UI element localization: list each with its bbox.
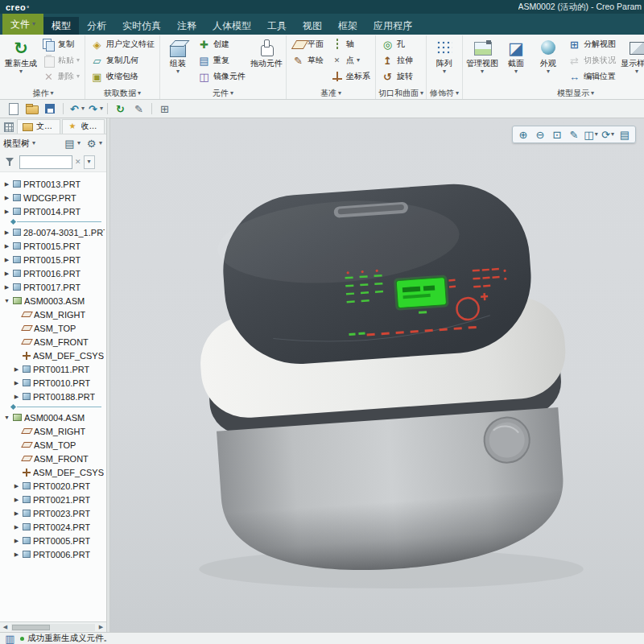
tree-row[interactable]: ASM_TOP — [0, 438, 106, 452]
ribbon-button[interactable]: 点▾ — [328, 52, 373, 68]
zoom-out-button[interactable]: ⊖ — [532, 127, 548, 142]
tree-row[interactable]: ASM_FRONT — [0, 452, 106, 465]
ribbon-group-label[interactable]: 基准▾ — [289, 88, 373, 99]
tree-settings-button[interactable]: ▾ — [84, 136, 103, 151]
ribbon-button[interactable]: 孔 — [378, 36, 415, 52]
expand-arrow-icon[interactable]: ▶ — [13, 366, 20, 373]
rice-cooker-model[interactable] — [110, 118, 644, 632]
expand-arrow-icon[interactable]: ▶ — [3, 257, 10, 263]
tree-row[interactable]: ASM_RIGHT — [0, 424, 106, 438]
tree-horizontal-scrollbar[interactable]: ◀ ▶ — [0, 621, 106, 632]
ribbon-group-label[interactable]: 元件▾ — [163, 88, 283, 99]
tree-row[interactable]: ▶PRT0010.PRT — [0, 376, 106, 390]
ribbon-button[interactable]: 重新生成▾ — [4, 36, 38, 75]
tree-row[interactable]: ▶PRT0013.PRT — [0, 177, 106, 191]
ribbon-tab[interactable]: 分析 — [79, 17, 114, 35]
window-button[interactable] — [156, 101, 173, 117]
ribbon-button[interactable]: 创建 — [195, 36, 248, 52]
new-file-button[interactable] — [5, 101, 22, 117]
tree-row[interactable]: ▶PRT0015.PRT — [0, 253, 106, 266]
filter-dropdown-button[interactable]: ▾ — [84, 155, 95, 169]
tree-row[interactable]: ▶28-0074-3031_1.PRT — [0, 225, 106, 239]
expand-arrow-icon[interactable]: ▶ — [13, 483, 20, 489]
ribbon-button[interactable]: 轴 — [328, 36, 373, 52]
ribbon-button[interactable]: 组装▾ — [163, 36, 193, 75]
scrollbar-thumb[interactable] — [12, 625, 50, 630]
tree-row[interactable]: ASM_TOP — [0, 321, 106, 335]
redo-button[interactable]: ▾ — [86, 101, 103, 117]
view-manager-button[interactable]: ▤ — [617, 127, 633, 142]
tree-row[interactable]: ▶PRT0006.PRT — [0, 547, 106, 561]
ribbon-button[interactable]: 外观▾ — [533, 36, 564, 75]
expand-arrow-icon[interactable]: ▶ — [13, 380, 20, 386]
ribbon-button[interactable]: 截面▾ — [501, 36, 531, 75]
graphics-area[interactable]: ⊕⊖⊡✎◫▾⟳▾▤ — [110, 118, 644, 632]
refit-button[interactable]: ⊡ — [549, 127, 565, 142]
ribbon-button[interactable]: 旋转 — [378, 68, 415, 85]
ribbon-button[interactable]: 管理视图▾ — [465, 36, 499, 75]
ribbon-button[interactable]: 用户定义特征 — [88, 36, 157, 52]
ribbon-group-label[interactable]: 操作▾ — [4, 88, 82, 99]
ribbon-group-label[interactable]: 获取数据▾ — [88, 88, 157, 99]
regenerate-button[interactable] — [112, 101, 129, 117]
ribbon-button[interactable]: 草绘 — [289, 52, 326, 68]
zoom-in-button[interactable]: ⊕ — [515, 127, 531, 142]
expand-arrow-icon[interactable]: ▶ — [13, 497, 20, 503]
expand-arrow-icon[interactable]: ▶ — [3, 208, 10, 215]
ribbon-button[interactable]: 坐标系 — [328, 68, 373, 85]
panel-tab-favorites[interactable]: 收藏夹 — [62, 119, 105, 134]
ribbon-tab[interactable]: 文件▾ — [2, 14, 43, 35]
ribbon-button[interactable]: 复制 — [39, 36, 82, 52]
tree-row[interactable]: ▶PRT0014.PRT — [0, 204, 106, 218]
ribbon-tab[interactable]: 模型 — [43, 17, 79, 35]
scroll-right-icon[interactable]: ▶ — [96, 622, 106, 632]
tree-row[interactable]: ▶PRT00188.PRT — [0, 390, 106, 403]
tree-row[interactable]: ▶PRT0005.PRT — [0, 534, 106, 547]
tree-filter-input[interactable] — [19, 155, 72, 169]
ribbon-button[interactable]: 拉伸 — [378, 52, 415, 68]
expand-arrow-icon[interactable]: ▶ — [13, 538, 20, 544]
expand-arrow-icon[interactable]: ▶ — [3, 284, 10, 291]
tree-row[interactable]: ▶PRT0016.PRT — [0, 266, 106, 280]
ribbon-tab[interactable]: 工具 — [259, 17, 295, 35]
tree-row[interactable]: ASM_FRONT — [0, 335, 106, 349]
ribbon-tab[interactable]: 人体模型 — [204, 17, 259, 35]
scroll-left-icon[interactable]: ◀ — [0, 622, 10, 632]
expand-arrow-icon[interactable]: ▶ — [3, 270, 10, 277]
ribbon-tab[interactable]: 应用程序 — [365, 17, 420, 35]
navigator-grid-button[interactable] — [2, 119, 15, 133]
expand-arrow-icon[interactable]: ▶ — [3, 243, 10, 250]
ribbon-button[interactable]: 分解视图 — [565, 36, 618, 52]
expand-arrow-icon[interactable]: ▶ — [13, 394, 20, 400]
tree-row[interactable]: ▶WDCGP.PRT — [0, 191, 106, 204]
save-button[interactable] — [42, 101, 59, 117]
tree-row[interactable]: ▶PRT0015.PRT — [0, 239, 106, 253]
open-file-button[interactable] — [23, 101, 40, 117]
ribbon-group-label[interactable]: 修饰符▾ — [429, 88, 460, 99]
expand-arrow-icon[interactable]: ▼ — [3, 298, 10, 303]
panel-tab-folder[interactable]: 文件夹浏览器 — [17, 119, 60, 134]
ribbon-button[interactable]: 重复 — [195, 52, 248, 68]
ribbon-button[interactable]: 显示样式▾ — [620, 36, 644, 75]
ribbon-group-label[interactable]: 模型显示▾ — [465, 88, 644, 99]
tree-row[interactable]: ▶PRT0011.PRT — [0, 362, 106, 376]
model-tree-menu-caret[interactable]: ▾ — [32, 140, 35, 147]
ribbon-button[interactable]: 拖动元件 — [250, 36, 283, 68]
ribbon-button[interactable]: 镜像元件 — [195, 68, 248, 85]
undo-button[interactable]: ▾ — [68, 101, 85, 117]
expand-arrow-icon[interactable]: ▶ — [3, 229, 10, 236]
ribbon-tab[interactable]: 注释 — [169, 17, 204, 35]
expand-arrow-icon[interactable]: ▶ — [3, 181, 10, 188]
expand-arrow-icon[interactable]: ▼ — [3, 415, 10, 420]
tree-row[interactable]: ▶PRT0023.PRT — [0, 506, 106, 520]
expand-arrow-icon[interactable]: ▶ — [13, 524, 20, 530]
ribbon-group-label[interactable]: 切口和曲面▾ — [378, 88, 423, 99]
tree-row[interactable]: ▼ASM0004.ASM — [0, 411, 106, 424]
scrollbar-track[interactable] — [11, 624, 95, 631]
ribbon-button[interactable]: 阵列▾ — [429, 36, 460, 75]
tree-row[interactable]: ▼ASM0003.ASM — [0, 294, 106, 308]
ribbon-tab[interactable]: 视图 — [295, 17, 330, 35]
ribbon-button[interactable]: 复制几何 — [88, 52, 157, 68]
expand-arrow-icon[interactable]: ▶ — [13, 510, 20, 517]
ribbon-tab[interactable]: 框架 — [330, 17, 365, 35]
